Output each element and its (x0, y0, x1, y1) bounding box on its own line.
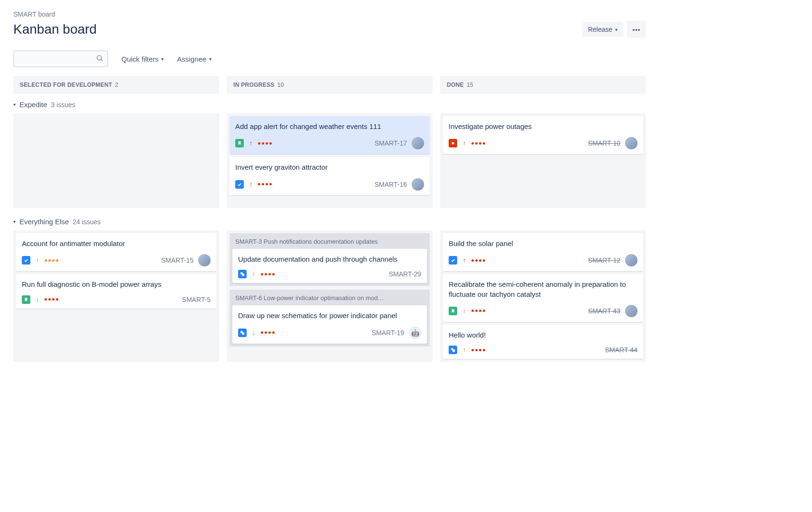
issue-key: SMART-5 (182, 296, 211, 303)
age-dots-icon (258, 183, 272, 185)
toolbar: Quick filters ▾ Assignee ▾ (13, 50, 646, 67)
task-icon (22, 256, 30, 265)
card-group[interactable]: SMART-6 Low-power indicator optimasation… (230, 290, 430, 346)
card-footer: ↑ SMART-10 (449, 137, 637, 149)
card-footer: ↑ SMART-29 (238, 270, 421, 278)
column-body[interactable]: SMART-3 Push notifications documentation… (227, 230, 433, 362)
priority-high-icon: ↑ (461, 139, 468, 147)
card-footer: ↑ SMART-16 (235, 178, 424, 191)
card-title: Invert every graviton attractor (235, 163, 424, 172)
header-actions: Release ▾ ••• (582, 21, 646, 38)
age-dots-icon (45, 298, 58, 301)
issue-key: SMART-12 (588, 256, 620, 264)
assignee-dropdown[interactable]: Assignee ▾ (177, 55, 212, 63)
issue-card[interactable]: Recalibrate the semi-coherent anomaly in… (443, 274, 643, 322)
issue-key: SMART-19 (372, 329, 404, 337)
chevron-down-icon: ▾ (615, 27, 618, 32)
task-icon (449, 256, 457, 265)
board-page: SMART board Kanban board Release ▾ ••• Q… (0, 0, 659, 381)
column-header[interactable]: SELECTED FOR DEVELOPMENT 2 (13, 76, 219, 94)
avatar[interactable] (625, 254, 637, 266)
avatar[interactable] (412, 178, 424, 191)
quick-filters-dropdown[interactable]: Quick filters ▾ (121, 55, 164, 63)
issue-card[interactable]: Build the solar panel ↑ SMART-12 (443, 233, 643, 271)
card-footer: ↑ SMART-44 (449, 346, 637, 354)
column-body[interactable]: Add app alert for changed weather events… (227, 113, 433, 208)
more-button[interactable]: ••• (627, 21, 646, 38)
subtask-icon (238, 329, 247, 337)
svg-rect-8 (453, 350, 455, 352)
avatar[interactable] (412, 137, 424, 149)
card-group[interactable]: SMART-3 Push notifications documentation… (230, 233, 430, 286)
card-footer: ↑ SMART-17 (235, 137, 424, 149)
column-body[interactable] (13, 113, 219, 208)
column-count: 2 (115, 82, 119, 88)
story-icon (449, 307, 457, 315)
avatar[interactable] (625, 137, 637, 149)
page-title: Kanban board (13, 22, 97, 37)
release-label: Release (588, 26, 612, 33)
swimlane-header-expedite[interactable]: ▾ Expedite 3 issues (13, 101, 646, 109)
search-wrap (13, 50, 108, 67)
swimlane-name: Everything Else (19, 218, 69, 226)
column-header[interactable]: IN PROGRESS 10 (227, 76, 433, 94)
priority-medium-icon: ↑ (250, 270, 257, 278)
issue-key: SMART-17 (375, 139, 407, 147)
avatar[interactable] (625, 305, 637, 317)
issue-card[interactable]: Investigate power outages ↑ SMART-10 (443, 116, 643, 154)
group-label: Low-power indicator optimasation on mod… (264, 294, 384, 302)
card-footer: ↑ SMART-15 (22, 254, 211, 266)
issue-key: SMART-15 (161, 256, 194, 264)
column-body[interactable]: Investigate power outages ↑ SMART-10 (440, 113, 646, 208)
group-header: SMART-6 Low-power indicator optimasation… (232, 293, 427, 305)
group-header: SMART-3 Push notifications documentation… (232, 236, 427, 249)
issue-card[interactable]: Add app alert for changed weather events… (230, 116, 430, 154)
column-body[interactable]: Account for antimatter modulator ↑ SMART… (13, 230, 219, 362)
issue-card[interactable]: Invert every graviton attractor ↑ SMART-… (230, 157, 430, 195)
avatar[interactable]: 🤖 (409, 327, 421, 339)
column-count: 10 (277, 82, 284, 88)
swimlane-meta: 3 issues (51, 101, 75, 109)
issue-card[interactable]: Update documentation and push through ch… (232, 249, 427, 283)
release-button[interactable]: Release ▾ (582, 22, 623, 37)
card-title: Account for antimatter modulator (22, 239, 211, 248)
card-footer: ↑ SMART-12 (449, 254, 637, 266)
issue-card[interactable]: Hello world! ↑ SMART-44 (443, 325, 643, 359)
svg-rect-4 (242, 274, 244, 276)
issue-key: SMART-16 (375, 181, 407, 188)
issue-key: SMART-29 (389, 270, 421, 278)
chevron-down-icon: ▾ (13, 219, 16, 224)
task-icon (235, 180, 244, 189)
card-title: Draw up new schematics for power indicat… (238, 311, 421, 320)
svg-point-2 (452, 142, 454, 145)
age-dots-icon (471, 142, 485, 145)
card-footer: ↓ SMART-5 (22, 295, 211, 304)
age-dots-icon (471, 259, 485, 262)
chevron-down-icon: ▾ (161, 56, 164, 62)
issue-card[interactable]: Account for antimatter modulator ↑ SMART… (16, 233, 216, 271)
issue-card[interactable]: Draw up new schematics for power indicat… (232, 305, 427, 343)
issue-card[interactable]: Run full diagnostic on B-model power arr… (16, 274, 216, 308)
issue-key: SMART-10 (588, 139, 620, 147)
group-id: SMART-6 (235, 294, 262, 302)
chevron-down-icon: ▾ (209, 56, 212, 62)
swimlane-name: Expedite (19, 101, 47, 109)
issue-key: SMART-43 (588, 307, 620, 315)
search-input[interactable] (13, 50, 108, 67)
age-dots-icon (258, 142, 272, 145)
subtask-icon (238, 270, 247, 278)
card-title: Hello world! (449, 330, 637, 340)
chevron-down-icon: ▾ (13, 102, 16, 107)
column-body[interactable]: Build the solar panel ↑ SMART-12 Recalib… (440, 230, 646, 362)
card-title: Recalibrate the semi-coherent anomaly in… (449, 280, 637, 299)
avatar[interactable] (198, 254, 211, 266)
column-header[interactable]: DONE 15 (440, 76, 646, 94)
age-dots-icon (471, 310, 485, 312)
age-dots-icon (261, 273, 275, 275)
breadcrumb[interactable]: SMART board (13, 10, 646, 18)
priority-low-icon: ↓ (250, 329, 257, 337)
quick-filters-label: Quick filters (121, 55, 158, 63)
story-icon (235, 139, 244, 147)
swimlane-header-everything-else[interactable]: ▾ Everything Else 24 issues (13, 218, 646, 226)
swimlane-everything-else: Account for antimatter modulator ↑ SMART… (13, 230, 646, 362)
